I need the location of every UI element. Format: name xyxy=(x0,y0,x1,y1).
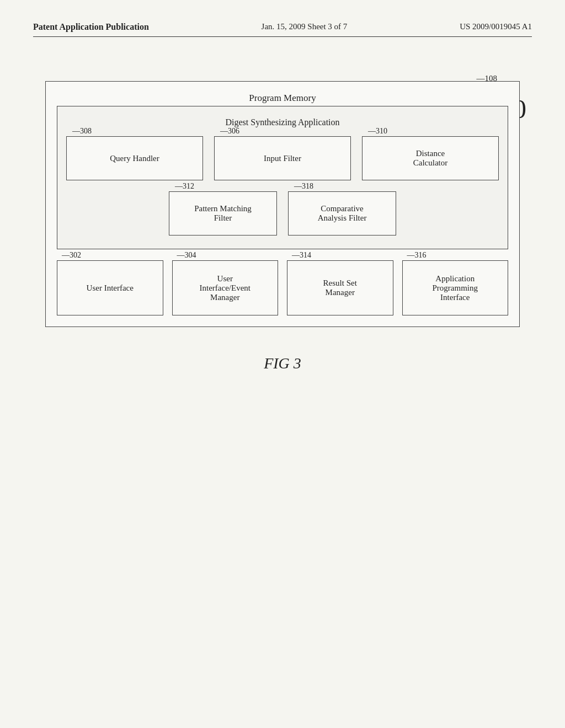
distance-calculator-ref: —310 xyxy=(368,127,387,136)
query-handler-ref: —308 xyxy=(72,127,92,136)
comparative-analysis-ref: —318 xyxy=(294,182,313,191)
api-ref: —316 xyxy=(407,251,427,260)
query-handler-box: —308 Query Handler xyxy=(66,136,203,180)
header-right: US 2009/0019045 A1 xyxy=(460,22,532,31)
user-interface-event-ref: —304 xyxy=(177,251,196,260)
input-filter-ref: —306 xyxy=(220,127,239,136)
api-box: —316 ApplicationProgrammingInterface xyxy=(402,260,509,315)
pattern-matching-box: —312 Pattern MatchingFilter xyxy=(169,191,277,235)
digest-synthesizing-box: Digest Synthesizing Application —308 Que… xyxy=(57,106,508,249)
result-set-manager-box: —314 Result SetManager xyxy=(287,260,393,315)
result-set-manager-ref: —314 xyxy=(292,251,311,260)
pattern-matching-ref: —312 xyxy=(175,182,194,191)
result-set-manager-label: Result SetManager xyxy=(323,279,357,297)
input-filter-box: —306 Input Filter xyxy=(214,136,351,180)
user-interface-event-box: —304 UserInterface/EventManager xyxy=(172,260,279,315)
page: Patent Application Publication Jan. 15, … xyxy=(0,0,565,728)
inner-row-1: —308 Query Handler —306 Input Filter —31… xyxy=(66,136,499,180)
user-interface-ref: —302 xyxy=(62,251,81,260)
digest-synthesizing-label: Digest Synthesizing Application xyxy=(66,117,499,127)
user-interface-box: —302 User Interface xyxy=(57,260,163,315)
outer-ref-label: —108 xyxy=(477,74,498,83)
pattern-matching-label: Pattern MatchingFilter xyxy=(194,204,252,223)
input-filter-label: Input Filter xyxy=(264,154,301,163)
comparative-analysis-label: ComparativeAnalysis Filter xyxy=(318,204,367,223)
distance-calculator-label: DistanceCalculator xyxy=(413,149,447,168)
query-handler-label: Query Handler xyxy=(110,154,159,163)
inner-row-2: —312 Pattern MatchingFilter —318 Compara… xyxy=(66,191,499,235)
header-center: Jan. 15, 2009 Sheet 3 of 7 xyxy=(262,22,348,31)
header-left: Patent Application Publication xyxy=(33,22,149,32)
api-label: ApplicationProgrammingInterface xyxy=(433,274,478,302)
user-interface-label: User Interface xyxy=(87,283,134,293)
user-interface-event-label: UserInterface/EventManager xyxy=(200,274,250,302)
program-memory-label: Program Memory xyxy=(57,93,508,104)
program-memory-box: —108 Program Memory Digest Synthesizing … xyxy=(45,81,520,327)
page-header: Patent Application Publication Jan. 15, … xyxy=(33,22,532,37)
diagram-container: —108 Program Memory Digest Synthesizing … xyxy=(45,81,520,327)
distance-calculator-box: —310 DistanceCalculator xyxy=(362,136,499,180)
figure-caption: FIG 3 xyxy=(33,355,532,372)
bottom-row: —302 User Interface —304 UserInterface/E… xyxy=(57,260,508,315)
comparative-analysis-box: —318 ComparativeAnalysis Filter xyxy=(288,191,396,235)
